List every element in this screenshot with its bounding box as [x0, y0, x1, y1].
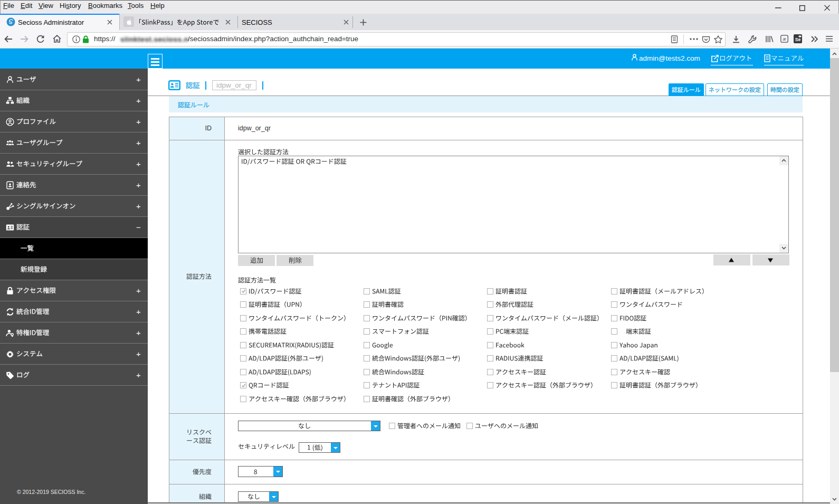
svg-text:æ: æ [783, 36, 786, 42]
svg-text:Se: Se [795, 37, 801, 42]
